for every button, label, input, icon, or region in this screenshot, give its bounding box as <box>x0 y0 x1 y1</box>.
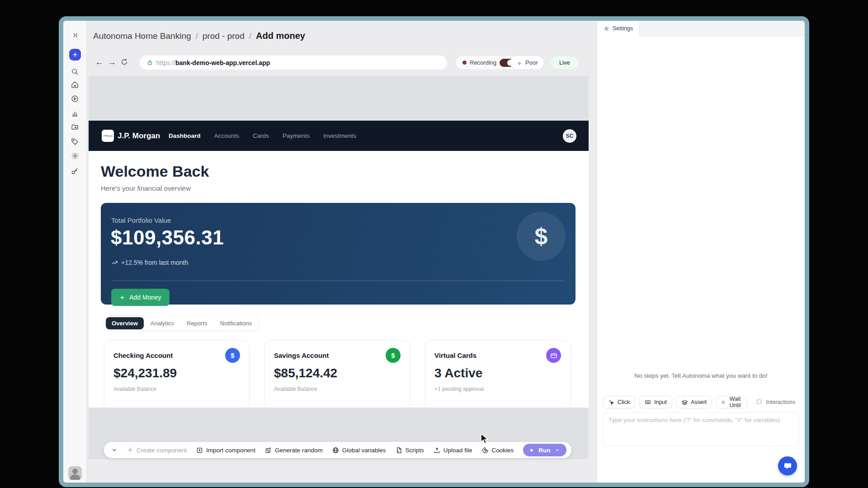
generate-random-button[interactable]: Generate random <box>265 447 323 454</box>
play-icon <box>529 448 534 453</box>
interactions-button[interactable]: Interactions <box>751 396 800 408</box>
live-pill[interactable]: Live <box>550 56 579 70</box>
browser-viewport: J.P.Morgan J.P. Morgan Dashboard Account… <box>89 76 589 459</box>
input-action-button[interactable]: Input <box>639 396 672 408</box>
gear-icon[interactable] <box>68 149 82 163</box>
signal-icon <box>517 60 522 66</box>
import-component-button[interactable]: Import component <box>196 447 255 454</box>
bank-navbar: J.P.Morgan J.P. Morgan Dashboard Account… <box>89 121 589 151</box>
script-file-icon <box>396 447 402 454</box>
bank-nav-dashboard[interactable]: Dashboard <box>169 132 201 139</box>
browser-back-icon[interactable]: ← <box>95 58 104 66</box>
collapse-sidebar-icon[interactable] <box>68 28 82 42</box>
interactions-icon <box>756 399 763 405</box>
assert-action-button[interactable]: Assert <box>676 396 712 408</box>
network-quality-pill[interactable]: Poor <box>510 56 544 70</box>
step-action-buttons: Click Input Assert Wait Until Interactio… <box>603 396 799 408</box>
key-icon[interactable] <box>68 164 82 178</box>
import-icon <box>196 447 203 454</box>
bank-nav-links: Dashboard Accounts Cards Payments Invest… <box>169 132 356 139</box>
dollar-circle-icon: $ <box>225 348 240 363</box>
lock-icon <box>147 60 153 66</box>
url-bar[interactable]: https:// bank-demo-web-app.vercel.app <box>139 55 448 70</box>
plus-icon <box>119 295 125 300</box>
checking-balance: $24,231.89 <box>113 366 177 380</box>
url-host: bank-demo-web-app.vercel.app <box>175 59 270 66</box>
bank-user-avatar[interactable]: SC <box>563 129 576 143</box>
divider <box>274 400 401 401</box>
home-icon[interactable] <box>68 77 82 92</box>
dollar-circle-icon: $ <box>386 348 401 363</box>
browser-refresh-icon[interactable] <box>121 58 128 66</box>
create-component-button[interactable]: Create component <box>127 447 187 454</box>
portfolio-card: Total Portfolio Value $109,356.31 +12.5%… <box>101 203 576 305</box>
chat-icon <box>783 462 792 470</box>
bank-logo: J.P.Morgan <box>102 130 114 142</box>
savings-account-card[interactable]: Savings Account $ $85,124.42 Available B… <box>264 340 410 408</box>
user-avatar[interactable] <box>68 466 82 480</box>
chevron-up-icon[interactable] <box>555 447 560 453</box>
bar-chart-icon[interactable] <box>68 106 82 120</box>
wait-until-action-button[interactable]: Wait Until <box>716 396 747 408</box>
component-toolbar: Create component Import component Genera… <box>104 442 571 458</box>
dashboard-tabs: Overview Analytics Reports Notifications <box>104 315 259 331</box>
search-icon[interactable] <box>68 64 82 79</box>
folder-move-icon[interactable] <box>68 120 82 134</box>
credit-card-icon <box>546 348 561 363</box>
tab-reports[interactable]: Reports <box>181 317 213 329</box>
tab-notifications[interactable]: Notifications <box>214 317 258 329</box>
sidebar <box>63 21 87 483</box>
breadcrumb-project[interactable]: Autonoma Home Banking <box>93 31 191 41</box>
url-protocol: https:// <box>156 59 175 66</box>
instructions-input[interactable] <box>603 412 799 446</box>
tab-analytics[interactable]: Analytics <box>145 317 180 329</box>
run-button[interactable]: Run <box>523 444 566 456</box>
scripts-button[interactable]: Scripts <box>396 447 424 454</box>
tab-settings[interactable]: Settings <box>597 21 640 36</box>
dice-icon <box>265 447 272 454</box>
cookies-button[interactable]: Cookies <box>482 447 514 454</box>
dollar-badge-icon: $ <box>517 212 566 261</box>
add-money-button[interactable]: Add Money <box>111 289 170 306</box>
divider <box>111 281 565 281</box>
upload-file-button[interactable]: Upload file <box>434 447 472 454</box>
portfolio-label: Total Portfolio Value <box>111 216 171 224</box>
plus-icon <box>127 447 133 453</box>
chevron-down-icon[interactable] <box>111 447 118 453</box>
gear-icon <box>604 26 609 32</box>
welcome-heading: Welcome Back <box>101 163 209 180</box>
clock-icon <box>722 399 725 405</box>
add-icon[interactable] <box>69 49 81 61</box>
divider <box>434 400 561 401</box>
breadcrumb-env[interactable]: prod - prod <box>203 31 245 41</box>
bank-nav-payments[interactable]: Payments <box>283 132 310 139</box>
checking-account-card[interactable]: Checking Account $ $24,231.89 Available … <box>104 340 250 408</box>
bank-nav-investments[interactable]: Investments <box>323 132 356 139</box>
virtual-cards-count: 3 Active <box>434 366 482 380</box>
upload-icon <box>434 447 440 454</box>
bank-brand: J.P. Morgan <box>118 131 160 141</box>
breadcrumb: Autonoma Home Banking / prod - prod / Ad… <box>93 31 305 41</box>
tag-icon[interactable] <box>68 134 82 149</box>
recording-dot-icon <box>462 61 467 65</box>
play-circle-icon[interactable] <box>68 91 82 106</box>
welcome-subtitle: Here's your financial overview <box>101 184 191 192</box>
browser-forward-icon[interactable]: → <box>108 58 116 66</box>
chat-bubble-button[interactable] <box>778 456 797 475</box>
global-variables-button[interactable]: Global variables <box>332 447 386 454</box>
bank-page: Welcome Back Here's your financial overv… <box>89 151 589 408</box>
click-cursor-icon <box>609 399 614 405</box>
empty-steps-message: No steps yet. Tell Autonoma what you wan… <box>597 372 805 379</box>
app-window: Autonoma Home Banking / prod - prod / Ad… <box>59 16 809 487</box>
click-action-button[interactable]: Click <box>603 396 635 408</box>
bank-nav-cards[interactable]: Cards <box>253 132 269 139</box>
tab-overview[interactable]: Overview <box>106 317 144 329</box>
keyboard-icon <box>645 399 651 405</box>
virtual-cards-card[interactable]: Virtual Cards 3 Active +1 pending approv… <box>425 340 571 408</box>
trending-up-icon <box>111 259 118 266</box>
portfolio-value: $109,356.31 <box>111 226 224 249</box>
page-title: Add money <box>256 31 305 41</box>
globe-icon <box>332 447 339 454</box>
steps-panel: Settings No steps yet. Tell Autonoma wha… <box>597 21 805 483</box>
bank-nav-accounts[interactable]: Accounts <box>214 132 240 139</box>
